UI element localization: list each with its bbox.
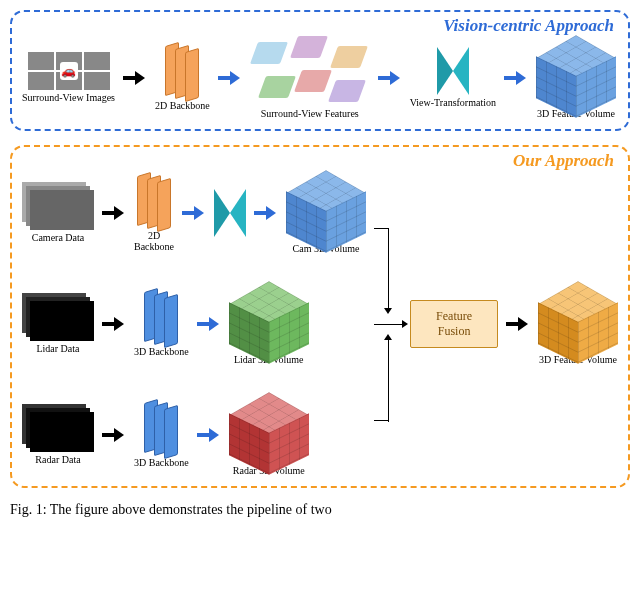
camera-branch: Camera Data 2D Backbone (22, 171, 366, 254)
arrow-icon (218, 71, 242, 85)
car-icon: 🚗 (60, 62, 78, 80)
cam-3d-volume-block: Cam 3D Volume (286, 171, 366, 254)
backbone-3d-icon (144, 401, 178, 455)
vision-row: 🚗 Surround-View Images 2D Backbone Surro… (22, 36, 618, 119)
lidar-3d-volume-block: Lidar 3D Volume (229, 282, 309, 365)
lidar-thumbnail-icon (22, 293, 94, 341)
view-transformation-icon (437, 47, 469, 95)
arrow-icon (506, 317, 530, 331)
our-panel-title: Our Approach (513, 151, 614, 171)
output-3d-volume-block: 3D Feature Volume (538, 282, 618, 365)
arrow-icon (123, 71, 147, 85)
backbone-3d-icon (144, 290, 178, 344)
camera-backbone-2d-label: 2D Backbone (134, 230, 174, 252)
lidar-backbone-3d-block: 3D Backbone (134, 290, 189, 357)
fusion-connectors (374, 194, 402, 454)
surround-view-images-label: Surround-View Images (22, 92, 115, 103)
feature-volume-3d-block: 3D Feature Volume (536, 36, 616, 119)
feature-fusion-block: Feature Fusion (410, 300, 498, 348)
surround-view-thumbnails: 🚗 (28, 52, 110, 90)
backbone-2d-icon (137, 174, 171, 228)
backbone-2d-block: 2D Backbone (155, 44, 210, 111)
arrow-icon (102, 317, 126, 331)
our-panel-row: Camera Data 2D Backbone (22, 171, 618, 476)
camera-thumbnail-icon (22, 182, 94, 230)
radar-branch: Radar Data 3D Backbone Radar 3D Volume (22, 393, 366, 476)
feature-fusion-box: Feature Fusion (410, 300, 498, 348)
radar-data-block: Radar Data (22, 404, 94, 465)
cube-icon (538, 282, 618, 352)
arrow-icon (102, 428, 126, 442)
radar-backbone-3d-block: 3D Backbone (134, 401, 189, 468)
view-transformation-label: View-Transformation (410, 97, 496, 108)
branches-column: Camera Data 2D Backbone (22, 171, 366, 476)
backbone-2d-label: 2D Backbone (155, 100, 210, 111)
arrow-icon (378, 71, 402, 85)
arrow-icon (102, 206, 126, 220)
vision-panel-title: Vision-centric Approach (443, 16, 614, 36)
radar-backbone-3d-label: 3D Backbone (134, 457, 189, 468)
cube-icon (536, 36, 616, 106)
arrow-icon (254, 206, 278, 220)
backbone-2d-icon (165, 44, 199, 98)
lidar-data-label: Lidar Data (36, 343, 79, 354)
arrow-icon (504, 71, 528, 85)
radar-thumbnail-icon (22, 404, 94, 452)
lidar-backbone-3d-label: 3D Backbone (134, 346, 189, 357)
surround-view-images-block: 🚗 Surround-View Images (22, 52, 115, 103)
feature-patches-icon (250, 36, 370, 106)
vision-panel: Vision-centric Approach 🚗 Surround-View … (10, 10, 630, 131)
cube-icon (229, 393, 309, 463)
surround-view-features-label: Surround-View Features (261, 108, 359, 119)
camera-data-label: Camera Data (32, 232, 84, 243)
surround-view-features-block: Surround-View Features (250, 36, 370, 119)
lidar-branch: Lidar Data 3D Backbone Lidar 3D Volume (22, 282, 366, 365)
camera-backbone-2d-block: 2D Backbone (134, 174, 174, 252)
view-transformation-icon (214, 189, 246, 237)
radar-3d-volume-block: Radar 3D Volume (229, 393, 309, 476)
cube-icon (286, 171, 366, 241)
view-transformation-block: View-Transformation (410, 47, 496, 108)
camera-data-block: Camera Data (22, 182, 94, 243)
arrow-icon (197, 317, 221, 331)
lidar-data-block: Lidar Data (22, 293, 94, 354)
arrow-icon (182, 206, 206, 220)
figure-caption: Fig. 1: The figure above demonstrates th… (10, 502, 630, 518)
camera-view-transform-block (214, 189, 246, 237)
arrow-icon (197, 428, 221, 442)
cube-icon (229, 282, 309, 352)
our-panel: Our Approach Camera Data 2D Backbone (10, 145, 630, 488)
radar-data-label: Radar Data (35, 454, 80, 465)
